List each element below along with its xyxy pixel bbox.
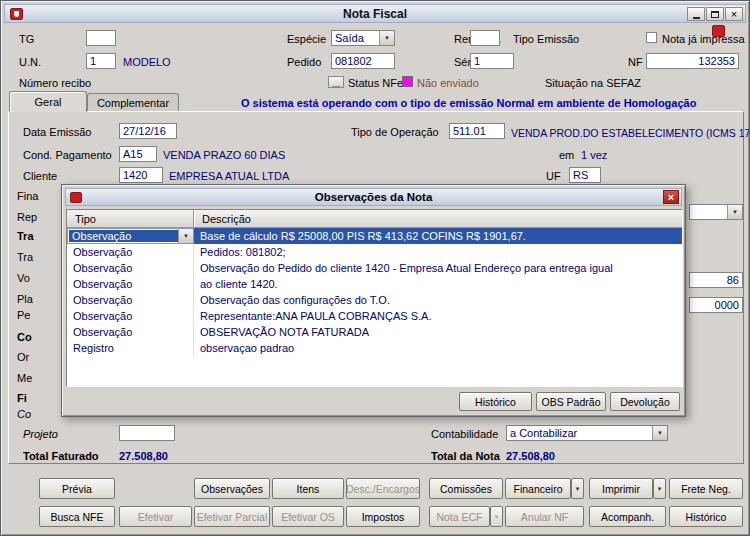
origem-label-truncated: Or bbox=[17, 351, 29, 363]
col-header-tipo[interactable]: Tipo bbox=[67, 210, 194, 227]
contabilidade-value: a Contabilizar bbox=[507, 426, 652, 440]
cond-pagamento-field[interactable]: A15 bbox=[119, 146, 157, 162]
observation-row[interactable]: Observação Representante:ANA PAULA COBRA… bbox=[67, 308, 682, 324]
imprimir-button[interactable]: Imprimir bbox=[589, 478, 653, 499]
dialog-devolucao-button[interactable]: Devolução bbox=[610, 392, 680, 411]
itens-button[interactable]: Itens bbox=[272, 478, 344, 499]
close-icon: × bbox=[668, 191, 674, 203]
chevron-down-icon: ▼ bbox=[494, 514, 500, 520]
cliente-label: Cliente bbox=[23, 170, 57, 182]
nota-ja-impressa-label: Nota já impressa bbox=[662, 33, 745, 45]
maximize-button[interactable] bbox=[706, 7, 724, 21]
especie-select[interactable]: Saída ▼ bbox=[331, 30, 395, 46]
placa-label-truncated: Pla bbox=[17, 293, 33, 305]
tab-complementar[interactable]: Complementar bbox=[87, 93, 179, 112]
nf-field[interactable]: 132353 bbox=[646, 53, 739, 69]
chevron-down-icon[interactable]: ▼ bbox=[727, 205, 742, 219]
mensagem-label-truncated: Me bbox=[17, 372, 32, 384]
maximize-icon bbox=[711, 11, 719, 18]
contabilidade-label: Contabilidade bbox=[431, 428, 498, 440]
observation-row[interactable]: Registro observaçao padrao bbox=[67, 340, 682, 356]
dialog-obs-padrao-button[interactable]: OBS Padrão bbox=[536, 392, 606, 411]
anular-nf-button: Anular NF bbox=[505, 506, 584, 527]
historico-button[interactable]: Histórico bbox=[669, 506, 743, 527]
dialog-close-button[interactable]: × bbox=[663, 190, 679, 204]
pedido-label: Pedido bbox=[287, 56, 321, 68]
observations-table-header: Tipo Descrição bbox=[67, 210, 682, 228]
busca-nfe-button[interactable]: Busca NFE bbox=[39, 506, 115, 527]
total-faturado-value: 27.508,80 bbox=[119, 450, 168, 462]
efetivar-button: Efetivar bbox=[119, 506, 192, 527]
frete-neg-button[interactable]: Frete Neg. bbox=[669, 478, 743, 499]
observacoes-button[interactable]: Observações bbox=[194, 478, 270, 499]
nota-ecf-button: Nota ECF bbox=[429, 506, 490, 527]
previa-button[interactable]: Prévia bbox=[39, 478, 115, 499]
chevron-down-icon[interactable]: ▼ bbox=[379, 31, 394, 45]
especie-value: Saída bbox=[332, 31, 379, 45]
tipo-operacao-field[interactable]: 511.01 bbox=[449, 123, 505, 139]
observation-tipo: Observação bbox=[67, 276, 194, 292]
total-da-nota-value: 27.508,80 bbox=[506, 450, 555, 462]
remessa-field[interactable] bbox=[470, 30, 500, 46]
contrato-label-truncated: Co bbox=[17, 408, 31, 420]
observation-desc: ao cliente 1420. bbox=[194, 276, 682, 292]
right-field-stub-2[interactable]: 0000 bbox=[689, 297, 743, 313]
transporte-group-label-truncated: Tra bbox=[17, 230, 34, 242]
efetivar-os-button: Efetivar OS bbox=[272, 506, 344, 527]
chevron-down-icon[interactable]: ▼ bbox=[178, 229, 193, 243]
observation-row[interactable]: Observação Pedidos: 081802; bbox=[67, 244, 682, 260]
numero-recibo-label: Número recibo bbox=[19, 77, 91, 89]
pedido-field[interactable]: 081802 bbox=[331, 53, 395, 69]
un-field[interactable]: 1 bbox=[86, 53, 116, 69]
observation-row[interactable]: Observação Observação do Pedido do clien… bbox=[67, 260, 682, 276]
right-field-stub-1[interactable]: 86 bbox=[689, 272, 743, 288]
transportadora-label-truncated: Tra bbox=[17, 251, 33, 263]
chevron-down-icon[interactable]: ▼ bbox=[652, 426, 667, 440]
observation-desc: OBSERVAÇÃO NOTA FATURADA bbox=[194, 324, 682, 340]
minimize-button[interactable] bbox=[687, 7, 705, 21]
observation-desc: Representante:ANA PAULA COBRANÇAS S.A. bbox=[194, 308, 682, 324]
financeiro-button[interactable]: Financeiro bbox=[505, 478, 571, 499]
data-emissao-field[interactable]: 27/12/16 bbox=[119, 123, 177, 139]
comissoes-button[interactable]: Comissões bbox=[429, 478, 503, 499]
volume-label-truncated: Vo bbox=[17, 272, 30, 284]
tab-geral[interactable]: Geral bbox=[9, 91, 87, 112]
window-controls: × bbox=[687, 7, 743, 21]
ellipsis-button[interactable]: ... bbox=[328, 76, 344, 88]
dialog-title: Observações da Nota bbox=[66, 191, 681, 203]
dialog-historico-button[interactable]: Histórico bbox=[459, 392, 532, 411]
right-combo-stub-value bbox=[690, 205, 727, 219]
tipo-select[interactable]: Observação ▼ bbox=[67, 228, 194, 244]
close-button[interactable]: × bbox=[725, 7, 743, 21]
cliente-field[interactable]: 1420 bbox=[119, 167, 163, 183]
observation-row[interactable]: Observação ao cliente 1420. bbox=[67, 276, 682, 292]
observation-desc: Pedidos: 081802; bbox=[194, 244, 682, 260]
observation-tipo: Observação bbox=[67, 308, 194, 324]
col-header-descricao[interactable]: Descrição bbox=[194, 210, 251, 227]
observation-tipo: Observação bbox=[67, 292, 194, 308]
observation-row[interactable]: Observação Observação das configurações … bbox=[67, 292, 682, 308]
contabilidade-select[interactable]: a Contabilizar ▼ bbox=[506, 425, 668, 441]
tipo-operacao-label: Tipo de Operação bbox=[351, 126, 439, 138]
observation-row[interactable]: Observação OBSERVAÇÃO NOTA FATURADA bbox=[67, 324, 682, 340]
imprimir-dropdown-button[interactable]: ▼ bbox=[653, 478, 666, 499]
titlebar: Nota Fiscal × bbox=[4, 4, 746, 23]
acompanh-button[interactable]: Acompanh. bbox=[589, 506, 666, 527]
right-combo-stub[interactable]: ▼ bbox=[689, 204, 743, 220]
financeiro-dropdown-button[interactable]: ▼ bbox=[571, 478, 584, 499]
impostos-button[interactable]: Impostos bbox=[346, 506, 420, 527]
serie-field[interactable]: 1 bbox=[470, 53, 514, 69]
chevron-down-icon: ▼ bbox=[657, 486, 663, 492]
uf-field[interactable]: RS bbox=[569, 167, 601, 183]
observations-table: Tipo Descrição Observação ▼ Base de cálc… bbox=[66, 209, 683, 387]
status-nfe-value: Não enviado bbox=[417, 77, 479, 89]
un-desc: MODELO bbox=[123, 56, 171, 68]
observation-row-selected[interactable]: Observação ▼ Base de cálculo R$ 25008,00… bbox=[67, 228, 682, 244]
window-title: Nota Fiscal bbox=[5, 7, 745, 21]
cond-pagamento-desc: VENDA PRAZO 60 DIAS bbox=[163, 149, 285, 161]
projeto-field[interactable] bbox=[119, 425, 175, 441]
em-label: em bbox=[559, 149, 574, 161]
nota-ja-impressa-checkbox[interactable] bbox=[646, 32, 657, 43]
uf-label: UF bbox=[546, 170, 561, 182]
tg-field[interactable] bbox=[86, 30, 116, 46]
